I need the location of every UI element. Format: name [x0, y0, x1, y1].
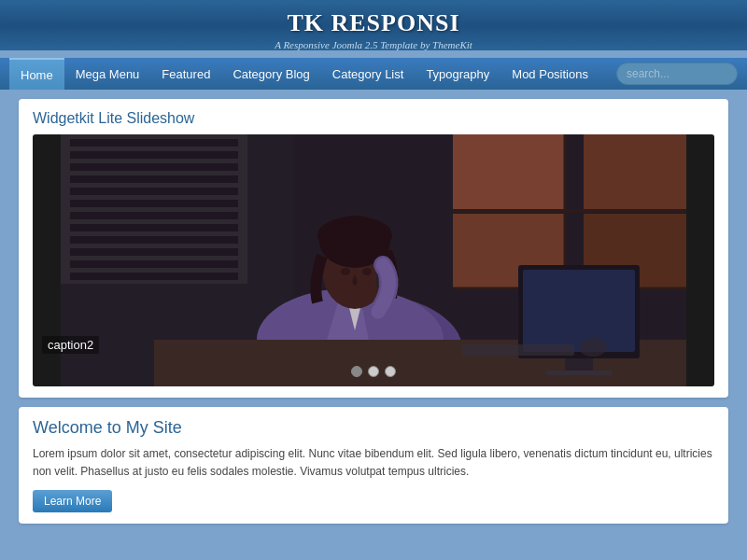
nav-item-mod-positions[interactable]: Mod Positions — [500, 58, 599, 90]
slide-dot-1[interactable] — [351, 366, 362, 377]
slideshow-card: Widgetkit Lite Slideshow — [19, 99, 728, 398]
site-header: TK RESPONSI A Responsive Joomla 2.5 Temp… — [0, 0, 747, 50]
nav-item-category-blog[interactable]: Category Blog — [221, 58, 320, 90]
welcome-title: Welcome to My Site — [33, 418, 714, 438]
nav-items: Home Mega Menu Featured Category Blog Ca… — [9, 58, 616, 90]
learn-more-button[interactable]: Learn More — [33, 490, 112, 512]
nav-item-typography[interactable]: Typography — [415, 58, 500, 90]
site-title: TK RESPONSI — [19, 9, 728, 37]
navigation-bar: Home Mega Menu Featured Category Blog Ca… — [0, 58, 747, 90]
slideshow-container: caption2 — [33, 134, 714, 386]
slide-caption: caption2 — [42, 336, 99, 354]
search-input[interactable] — [616, 63, 738, 85]
slide-dot-3[interactable] — [385, 366, 396, 377]
nav-item-home[interactable]: Home — [9, 58, 64, 90]
slideshow-title: Widgetkit Lite Slideshow — [33, 110, 714, 127]
nav-item-mega-menu[interactable]: Mega Menu — [64, 58, 151, 90]
svg-rect-43 — [61, 134, 686, 386]
slideshow-image — [33, 134, 714, 386]
nav-item-category-list[interactable]: Category List — [321, 58, 416, 90]
welcome-card: Welcome to My Site Lorem ipsum dolor sit… — [19, 407, 728, 524]
slide-dot-2[interactable] — [368, 366, 379, 377]
nav-item-featured[interactable]: Featured — [150, 58, 221, 90]
welcome-text: Lorem ipsum dolor sit amet, consectetur … — [33, 445, 714, 481]
slide-dots — [351, 366, 396, 377]
site-subtitle: A Responsive Joomla 2.5 Template by Them… — [19, 39, 728, 50]
main-content: Widgetkit Lite Slideshow — [0, 90, 747, 542]
